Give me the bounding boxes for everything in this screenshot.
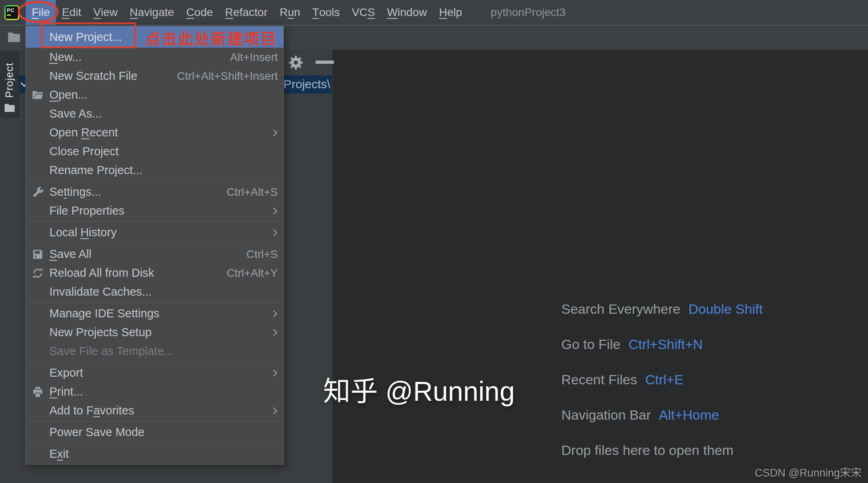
submenu-arrow-icon [271, 230, 278, 235]
tool-window-stripe: Project [0, 50, 19, 483]
menu-item-local-history[interactable]: Local History [26, 223, 283, 242]
menu-item-label: Save As... [49, 107, 102, 120]
hint-shortcut: Alt+Home [659, 407, 719, 423]
menu-item-label: Open Recent [49, 126, 118, 139]
menu-item-open[interactable]: Open... [26, 85, 283, 104]
menubar-item-refactor[interactable]: Refactor [219, 0, 274, 25]
menu-item-save-as[interactable]: Save As... [26, 104, 283, 123]
menu-item-label: Rename Project... [49, 164, 143, 177]
menu-separator [26, 442, 283, 444]
menu-item-label: Power Save Mode [49, 426, 145, 439]
menubar-item-view[interactable]: View [87, 0, 124, 25]
menu-separator [26, 420, 283, 423]
menu-item-power-save-mode[interactable]: Power Save Mode [26, 423, 283, 442]
menu-item-label: Invalidate Caches... [49, 285, 152, 298]
gear-icon[interactable] [287, 54, 304, 73]
hide-tool-window-icon[interactable] [316, 61, 334, 64]
editor-area: Search Everywhere Double Shift Go to Fil… [332, 50, 868, 483]
window-title: pythonProject3 [491, 6, 566, 19]
refresh-icon [26, 267, 49, 279]
floppy-disk-icon [26, 248, 49, 260]
menu-item-close-project[interactable]: Close Project [26, 142, 283, 161]
submenu-arrow-icon [271, 408, 278, 413]
menubar-item-window[interactable]: Window [381, 0, 433, 25]
menu-item-label: New Project... [49, 30, 122, 44]
menu-item-save-all[interactable]: Save All Ctrl+S [26, 245, 283, 264]
menu-item-open-recent[interactable]: Open Recent [26, 123, 283, 142]
menu-item-add-to-favorites[interactable]: Add to Favorites [26, 401, 283, 420]
hint-search-everywhere: Search Everywhere Double Shift [561, 291, 763, 327]
menu-item-label: New Projects Setup [49, 326, 152, 339]
menu-item-label: Export [49, 366, 83, 380]
editor-shortcut-hints: Search Everywhere Double Shift Go to Fil… [561, 291, 763, 468]
project-tree-item-label: Projects\p [283, 77, 331, 91]
menu-item-new[interactable]: New... Alt+Insert [26, 48, 283, 67]
folder-icon[interactable] [6, 30, 22, 46]
menu-item-label: File Properties [49, 204, 124, 217]
logo-text: PC [7, 7, 14, 13]
hint-shortcut: Ctrl+Shift+N [628, 337, 703, 352]
annotation-callout-text: 点击此处新建项目 [145, 26, 277, 49]
menu-separator [26, 361, 283, 363]
submenu-arrow-icon [271, 311, 278, 316]
menu-item-reload-all-from-disk[interactable]: Reload All from Disk Ctrl+Alt+Y [26, 264, 283, 282]
hint-go-to-file: Go to File Ctrl+Shift+N [561, 327, 763, 362]
menu-separator [26, 301, 283, 304]
menu-item-label: New... [49, 51, 82, 64]
folder-icon [3, 102, 16, 116]
menubar-item-code[interactable]: Code [180, 0, 219, 25]
menu-item-file-properties[interactable]: File Properties [26, 201, 283, 220]
hint-label: Navigation Bar [561, 407, 651, 423]
menubar-item-edit[interactable]: Edit [56, 0, 87, 25]
hint-shortcut: Ctrl+E [645, 372, 683, 388]
menubar-item-file[interactable]: File [26, 0, 56, 25]
menu-separator [26, 242, 283, 245]
menubar-item-navigate[interactable]: Navigate [124, 0, 180, 25]
menu-item-exit[interactable]: Exit [26, 444, 283, 463]
pycharm-logo-icon: PC [4, 5, 19, 20]
project-stripe-label: Project [3, 63, 16, 98]
menu-bar: PC File Edit View Navigate Code Refactor… [0, 0, 868, 25]
menu-item-settings[interactable]: Settings... Ctrl+Alt+S [26, 183, 283, 201]
pycharm-window: Search Everywhere Double Shift Go to Fil… [0, 0, 868, 483]
menu-item-label: Add to Favorites [49, 404, 134, 417]
menu-item-label: Open... [49, 88, 88, 101]
menu-item-print[interactable]: Print... [26, 382, 283, 401]
menu-item-shortcut: Ctrl+Alt+Y [226, 267, 278, 280]
menu-item-label: Local History [49, 226, 117, 239]
menu-item-new-projects-setup[interactable]: New Projects Setup [26, 323, 283, 342]
menu-item-manage-ide-settings[interactable]: Manage IDE Settings [26, 304, 283, 323]
menu-item-shortcut: Ctrl+S [246, 248, 278, 261]
menubar-item-help[interactable]: Help [433, 0, 469, 25]
menu-item-shortcut: Ctrl+Alt+Shift+Insert [177, 70, 278, 83]
menu-item-shortcut: Alt+Insert [230, 51, 278, 64]
csdn-watermark: CSDN @Running宋宋 [755, 464, 862, 480]
file-menu-popup: New Project... New... Alt+Insert New Scr… [25, 25, 284, 465]
menu-item-label: Print... [49, 385, 83, 398]
printer-icon [26, 386, 49, 398]
sidebar-item-project[interactable]: Project [0, 51, 19, 118]
submenu-arrow-icon [271, 130, 278, 135]
menubar-item-tools[interactable]: Tools [306, 0, 346, 25]
hint-label: Recent Files [561, 372, 637, 388]
hint-recent-files: Recent Files Ctrl+E [561, 362, 763, 397]
menu-item-invalidate-caches[interactable]: Invalidate Caches... [26, 282, 283, 301]
menu-item-label: Settings... [49, 185, 101, 199]
menu-item-label: Close Project [49, 145, 118, 158]
folder-open-icon [26, 89, 49, 101]
menu-item-rename-project[interactable]: Rename Project... [26, 161, 283, 180]
menu-separator [26, 180, 283, 183]
wrench-icon [26, 186, 49, 198]
hint-label: Search Everywhere [561, 301, 681, 317]
menubar-item-run[interactable]: Run [273, 0, 306, 25]
menu-item-new-scratch-file[interactable]: New Scratch File Ctrl+Alt+Shift+Insert [26, 67, 283, 85]
menubar-item-vcs[interactable]: VCS [346, 0, 381, 25]
menu-item-export[interactable]: Export [26, 363, 283, 382]
menu-separator [26, 220, 283, 223]
menu-item-save-file-as-template[interactable]: Save File as Template... [26, 342, 283, 361]
menu-item-label: Exit [49, 447, 69, 461]
hint-drop-files: Drop files here to open them [561, 432, 763, 468]
menu-item-shortcut: Ctrl+Alt+S [226, 186, 278, 199]
zhihu-watermark: 知乎 @Running [323, 369, 515, 409]
menu-item-label: Manage IDE Settings [49, 307, 159, 320]
